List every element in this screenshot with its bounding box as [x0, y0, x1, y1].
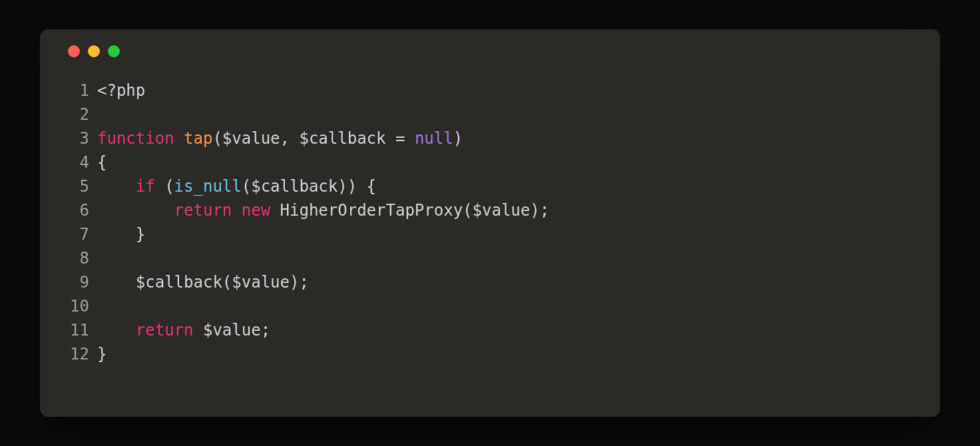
line-content: <?php	[97, 79, 921, 103]
line-content	[97, 103, 921, 126]
code-token	[174, 129, 184, 148]
code-token	[194, 321, 203, 339]
line-number: 6	[59, 198, 89, 222]
code-line: 10	[59, 294, 921, 318]
line-content: $callback($value);	[97, 270, 921, 294]
code-line: 4{	[59, 150, 921, 174]
code-line: 2	[59, 103, 921, 126]
code-token: $callback	[299, 129, 385, 148]
code-token: $value	[473, 201, 531, 220]
code-token: (	[212, 129, 222, 148]
code-line: 11 return $value;	[59, 318, 921, 342]
code-token: }	[136, 225, 145, 244]
code-line: 8	[59, 246, 921, 270]
code-token: return	[136, 321, 194, 339]
line-content: return new HigherOrderTapProxy($value);	[97, 198, 921, 222]
line-number: 8	[59, 246, 89, 270]
code-token	[97, 273, 136, 292]
maximize-icon[interactable]	[108, 45, 120, 57]
code-token: $callback	[136, 273, 222, 292]
line-content: }	[97, 222, 921, 246]
code-line: 9 $callback($value);	[59, 270, 921, 294]
code-token: new	[242, 201, 270, 220]
code-line: 7 }	[59, 222, 921, 246]
code-token	[97, 201, 174, 220]
code-line: 3function tap($value, $callback = null)	[59, 126, 921, 150]
code-token: (	[242, 177, 251, 196]
line-number: 3	[59, 126, 89, 150]
code-token: )) {	[338, 177, 376, 196]
code-token: is_null	[174, 177, 242, 196]
minimize-icon[interactable]	[88, 45, 100, 57]
code-line: 6 return new HigherOrderTapProxy($value)…	[59, 198, 921, 222]
line-content	[97, 294, 921, 318]
code-token: HigherOrderTapProxy	[280, 201, 463, 220]
code-token: $callback	[251, 177, 338, 196]
code-token: )	[453, 129, 463, 148]
line-number: 7	[59, 222, 89, 246]
code-token: );	[290, 273, 309, 292]
code-token: return	[174, 201, 232, 220]
code-token: {	[97, 153, 107, 172]
traffic-lights	[68, 45, 921, 57]
code-token	[97, 225, 136, 244]
line-content: return $value;	[97, 318, 921, 342]
code-token: }	[97, 345, 107, 363]
code-token: tap	[184, 129, 212, 148]
code-block: 1<?php2 3function tap($value, $callback …	[59, 79, 921, 366]
code-token: $value	[232, 273, 290, 292]
code-token: null	[415, 129, 453, 148]
code-token: if	[136, 177, 155, 196]
line-content: {	[97, 150, 921, 174]
line-number: 1	[59, 79, 89, 103]
code-token: ;	[261, 321, 270, 339]
code-token: ,	[280, 129, 300, 148]
line-content: function tap($value, $callback = null)	[97, 126, 921, 150]
code-token: <?php	[97, 81, 145, 100]
code-token: =	[386, 129, 415, 148]
close-icon[interactable]	[68, 45, 80, 57]
code-line: 12}	[59, 342, 921, 366]
code-token: $value	[222, 129, 280, 148]
line-number: 11	[59, 318, 89, 342]
code-token	[97, 321, 136, 339]
code-token: (	[155, 177, 174, 196]
code-token	[97, 177, 136, 196]
line-number: 9	[59, 270, 89, 294]
code-token: $value	[203, 321, 261, 339]
code-line: 1<?php	[59, 79, 921, 103]
code-token: function	[97, 129, 174, 148]
code-token: (	[463, 201, 472, 220]
code-token: );	[530, 201, 549, 220]
code-token	[232, 201, 241, 220]
line-number: 5	[59, 174, 89, 198]
line-content	[97, 246, 921, 270]
code-line: 5 if (is_null($callback)) {	[59, 174, 921, 198]
line-content: if (is_null($callback)) {	[97, 174, 921, 198]
code-window: 1<?php2 3function tap($value, $callback …	[40, 29, 940, 417]
line-content: }	[97, 342, 921, 366]
code-token	[270, 201, 280, 220]
line-number: 2	[59, 103, 89, 126]
line-number: 12	[59, 342, 89, 366]
code-token: (	[222, 273, 232, 292]
line-number: 4	[59, 150, 89, 174]
line-number: 10	[59, 294, 89, 318]
